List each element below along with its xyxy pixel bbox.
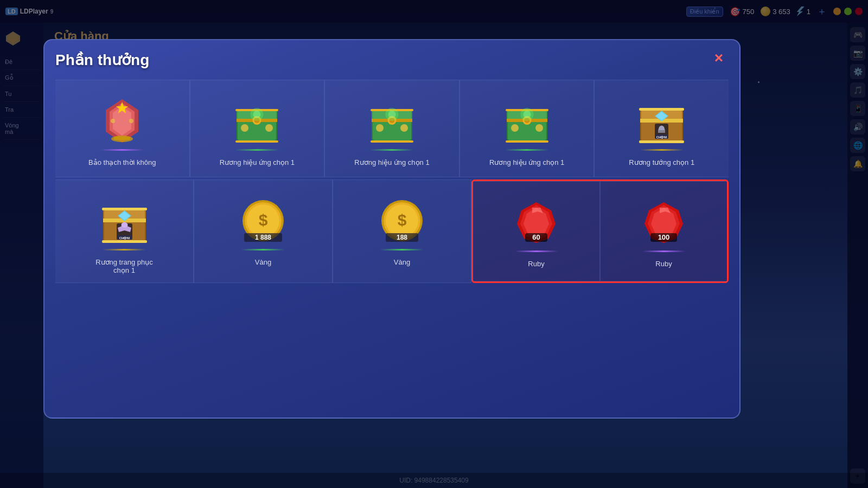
reward-ruong-trang-phuc[interactable]: CHỌNI Rương trang phục chọn 1 [55, 179, 194, 283]
svg-point-46 [535, 124, 543, 132]
ruong-tuong-border [640, 149, 684, 151]
ruong-hieu-ung-3-label: Rương hiệu ứng chọn 1 [489, 158, 564, 166]
ruong-hieu-ung-2-icon-wrap [362, 91, 422, 151]
svg-point-20 [265, 124, 273, 132]
reward-ruong-hieu-ung-1[interactable]: Rương hiệu ứng chọn 1 [190, 80, 325, 177]
svg-point-19 [241, 124, 248, 132]
vang-188-icon-wrap: $ 188 [372, 191, 432, 251]
ruong-hieu-ung-3-icon [501, 95, 553, 147]
ruby-60-icon: 60 [513, 200, 559, 246]
svg-text:CHỌNI: CHỌNI [656, 136, 667, 139]
ruong-tuong-icon: CHỌNI [636, 95, 687, 147]
rewards-grid: Bảo thạch thời không [55, 80, 729, 283]
ruby-100-icon-wrap: 100 [634, 192, 694, 252]
svg-text:1 888: 1 888 [255, 234, 271, 241]
ruby-selected-group: 60 Ruby 100 [471, 179, 729, 283]
svg-rect-59 [658, 130, 665, 133]
reward-ruby-60[interactable]: 60 Ruby [473, 181, 600, 281]
reward-ruby-100[interactable]: 100 Ruby [600, 181, 727, 281]
rewards-dialog: Phần thưởng × [43, 39, 741, 419]
vang-1888-icon: $ 1 888 [239, 196, 288, 245]
svg-rect-42 [506, 140, 548, 143]
ruong-hieu-ung-2-icon [366, 95, 418, 147]
dialog-title: Phần thưởng [55, 51, 729, 69]
rewards-row-1: Bảo thạch thời không [55, 80, 729, 177]
vang-188-icon: $ 188 [378, 196, 426, 245]
svg-text:$: $ [259, 211, 268, 229]
svg-rect-68 [102, 240, 147, 243]
reward-ruong-hieu-ung-2[interactable]: Rương hiệu ứng chọn 1 [324, 80, 459, 177]
ruong-hieu-ung-1-icon-wrap [227, 91, 287, 151]
ruong-hieu-ung-2-label: Rương hiệu ứng chọn 1 [354, 158, 429, 166]
svg-point-45 [511, 124, 519, 132]
ruby-100-icon: 100 [641, 200, 687, 246]
svg-rect-29 [371, 140, 413, 143]
ruong-trang-phuc-border [103, 249, 146, 251]
reward-vang-1888[interactable]: $ 1 888 Vàng [194, 179, 333, 283]
svg-text:100: 100 [658, 233, 670, 241]
ruong-trang-phuc-icon: CHỌNI [99, 195, 150, 247]
svg-point-72 [121, 222, 127, 228]
reward-vang-188[interactable]: $ 188 Vàng [333, 179, 471, 283]
ruby-100-border [642, 251, 686, 252]
rewards-row-2: CHỌNI Rương trang phục chọn 1 $ [55, 179, 729, 283]
svg-text:60: 60 [532, 233, 540, 241]
svg-point-33 [400, 124, 408, 132]
svg-point-9 [129, 119, 133, 123]
svg-rect-7 [114, 137, 130, 140]
svg-point-22 [253, 111, 261, 118]
svg-point-8 [111, 119, 115, 123]
vang-1888-icon-wrap: $ 1 888 [233, 191, 293, 251]
vang-1888-border [241, 249, 285, 251]
vang-1888-label: Vàng [255, 258, 271, 266]
ruong-hieu-ung-3-border [505, 149, 548, 151]
ruby-60-border [515, 251, 558, 252]
ruong-trang-phuc-label: Rương trang phục chọn 1 [95, 258, 153, 274]
svg-rect-67 [102, 208, 147, 210]
dialog-close-button[interactable]: × [709, 48, 729, 68]
svg-rect-54 [639, 108, 684, 111]
svg-text:CHỌNI: CHỌNI [119, 236, 130, 240]
ruong-tuong-label: Rương tướng chọn 1 [629, 158, 694, 166]
ruong-hieu-ung-1-border [235, 149, 279, 151]
ruby-60-label: Ruby [528, 260, 544, 268]
bao-thach-icon-wrap [92, 91, 152, 151]
svg-text:188: 188 [397, 234, 407, 241]
ruby-100-label: Ruby [655, 260, 672, 268]
ruby-60-icon-wrap: 60 [507, 192, 566, 252]
svg-point-35 [388, 111, 395, 118]
ruong-tuong-icon-wrap: CHỌNI [632, 91, 692, 151]
ruong-hieu-ung-3-icon-wrap [497, 91, 557, 151]
ruong-hieu-ung-1-label: Rương hiệu ứng chọn 1 [220, 158, 295, 166]
svg-text:$: $ [398, 211, 407, 229]
ruong-trang-phuc-icon-wrap: CHỌNI [94, 191, 154, 251]
bao-thach-label: Bảo thạch thời không [88, 158, 156, 166]
reward-ruong-hieu-ung-3[interactable]: Rương hiệu ứng chọn 1 [459, 80, 595, 177]
ruong-hieu-ung-2-border [370, 149, 413, 151]
bao-thach-border [100, 149, 144, 151]
ruong-hieu-ung-1-icon [231, 95, 283, 147]
svg-rect-55 [639, 140, 684, 143]
reward-bao-thach[interactable]: Bảo thạch thời không [55, 80, 190, 177]
svg-point-32 [376, 124, 384, 132]
reward-ruong-tuong[interactable]: CHỌNI Rương tướng chọn 1 [594, 80, 729, 177]
svg-rect-16 [235, 140, 278, 143]
bao-thach-icon [98, 97, 146, 145]
svg-point-48 [523, 111, 531, 118]
vang-188-label: Vàng [394, 258, 410, 266]
vang-188-border [380, 249, 424, 251]
